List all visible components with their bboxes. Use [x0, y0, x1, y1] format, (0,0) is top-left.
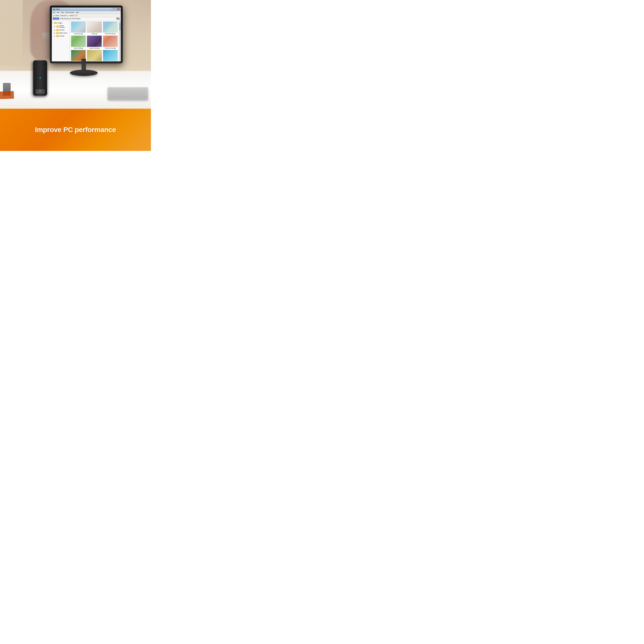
- monitor-stand-base: [70, 70, 98, 76]
- folder-friends-1[interactable]: ▶ Friends: [52, 28, 69, 31]
- monitor-screen: My Files — □ ✕ File Edit View My Favorit…: [52, 8, 121, 61]
- address-label: Location: [53, 18, 59, 20]
- photo-background: WD WD Elements My Files — □ ✕: [0, 0, 151, 109]
- folder-icon-images: [54, 22, 57, 24]
- monitor-body: My Files — □ ✕ File Edit View My Favorit…: [50, 6, 123, 63]
- folder-arrow-baby: ▶: [54, 32, 56, 34]
- file-thumb-hello: [103, 35, 118, 47]
- folder-icon-baby: [56, 32, 59, 34]
- folder-images[interactable]: ▼ Images: [52, 21, 69, 24]
- file-name-sadie: sadie-in-field.jpg: [74, 47, 83, 49]
- explorer-titlebar: My Files — □ ✕: [52, 8, 121, 11]
- file-name-hello: hello-from-maui.jpg: [105, 47, 116, 49]
- folder-arrow-images: ▼: [52, 22, 54, 24]
- menu-file[interactable]: File: [53, 12, 55, 13]
- file-thumb-beach: [103, 21, 118, 33]
- folder-arrow-friends1: ▶: [54, 29, 56, 31]
- maximize-button[interactable]: □: [114, 8, 117, 10]
- search-icon[interactable]: [75, 15, 77, 16]
- folder-name-friends2: Friends: [59, 35, 64, 37]
- go-button[interactable]: GO: [116, 18, 120, 20]
- file-item-beach[interactable]: beach-kite-day.jpg: [103, 21, 118, 35]
- file-item-newport[interactable]: newport winery.jpg: [87, 35, 102, 49]
- explorer-content: ▼ Images ▶ Family vacation ▶: [52, 20, 121, 61]
- file-thumb-sadie: [71, 35, 86, 47]
- file-item-chloe[interactable]: chloe1.jpg: [87, 21, 102, 35]
- folder-family-vacation[interactable]: ▶ Family vacation: [52, 24, 69, 28]
- product-banner: Improve PC performance: [0, 109, 151, 151]
- file-item-hello[interactable]: hello-from-maui.jpg: [103, 35, 118, 49]
- file-thumb-chloe: [87, 21, 102, 33]
- monitor: My Files — □ ✕ File Edit View My Favorit…: [50, 6, 128, 78]
- cabinet-decoration: [0, 0, 23, 65]
- file-thumb-europe: [71, 21, 86, 33]
- file-explorer: My Files — □ ✕ File Edit View My Favorit…: [52, 8, 121, 61]
- wd-model-text: WD Elements: [37, 92, 43, 93]
- file-thumb-newport: [87, 35, 102, 47]
- folder-baby-chloe[interactable]: ▶ Baby Chloe: [52, 31, 69, 34]
- folder-name-friends1: Friends: [59, 29, 64, 31]
- menu-bar: File Edit View My Favorites Help: [52, 11, 121, 14]
- banner-headline: Improve PC performance: [35, 126, 116, 134]
- folder-icon-friends2: [56, 35, 59, 37]
- forward-button[interactable]: Forward ▷▷: [60, 15, 69, 16]
- folder-name-baby: Baby Chloe: [59, 32, 67, 34]
- address-bar: Location E:\My Backed Up Files\Images GO: [52, 17, 121, 20]
- scrollbar-thumb[interactable]: [119, 23, 120, 30]
- folder-icon-family: [56, 25, 59, 27]
- file-name-europe: europe-day1.jpg: [74, 33, 83, 34]
- wd-label: WD WD Elements: [36, 89, 44, 94]
- file-grid: europe-day1.jpg chloe1.jpg beach-kite-da…: [70, 20, 119, 61]
- notebook: [0, 91, 14, 99]
- explorer-title: My Files: [53, 8, 112, 10]
- menu-view[interactable]: View: [61, 12, 64, 13]
- menu-edit[interactable]: Edit: [57, 12, 59, 13]
- minimize-button[interactable]: —: [112, 8, 114, 10]
- file-name-newport: newport winery.jpg: [89, 47, 99, 49]
- file-item-central2[interactable]: central-park2.jpg: [87, 50, 102, 61]
- toolbar: ◁◁ Back Forward ▷▷ Search: [52, 14, 121, 17]
- folder-name-images: Images: [57, 22, 62, 24]
- keyboard: [108, 87, 148, 100]
- file-item-maui[interactable]: maui-beach.jpg: [103, 50, 118, 61]
- scrollbar[interactable]: [119, 20, 121, 61]
- file-item-sadie[interactable]: sadie-in-field.jpg: [71, 35, 86, 49]
- menu-favorites[interactable]: My Favorites: [66, 12, 74, 13]
- wd-elements-drive: WD WD Elements: [33, 60, 47, 96]
- search-label: Search: [70, 15, 74, 16]
- window-controls: — □ ✕: [112, 8, 120, 10]
- file-name-chloe: chloe1.jpg: [92, 33, 97, 34]
- file-name-beach: beach-kite-day.jpg: [105, 33, 115, 34]
- folder-tree: ▼ Images ▶ Family vacation ▶: [52, 20, 70, 61]
- file-item-europe[interactable]: europe-day1.jpg: [71, 21, 86, 35]
- folder-name-family: Family vacation: [59, 25, 69, 28]
- menu-help[interactable]: Help: [76, 12, 79, 13]
- close-button[interactable]: ✕: [117, 8, 120, 10]
- file-thumb-central2: [87, 50, 102, 61]
- folder-icon-friends1: [56, 29, 59, 31]
- folder-friends-2[interactable]: ▶ Friends: [52, 34, 69, 37]
- folder-arrow-friends2: ▶: [54, 35, 56, 37]
- address-path[interactable]: E:\My Backed Up Files\Images: [60, 18, 115, 19]
- file-thumb-maui: [103, 50, 118, 61]
- back-button[interactable]: ◁◁ Back: [53, 15, 59, 16]
- folder-arrow-family: ▶: [54, 26, 56, 27]
